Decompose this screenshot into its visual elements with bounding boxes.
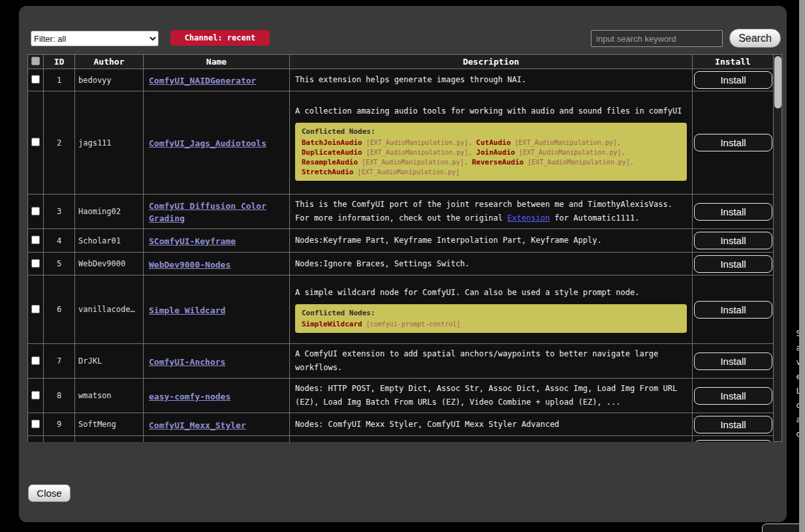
install-button[interactable]: Install [694,203,772,221]
row-checkbox[interactable] [31,391,40,399]
extension-name-link[interactable]: ComfyUI-Anchors [149,357,225,367]
extension-name-link[interactable]: Simple Wildcard [149,305,225,315]
row-author: vanillacode… [75,275,144,344]
header-description: Description [290,55,693,69]
select-all-checkbox[interactable] [31,57,40,65]
header-author: Author [75,55,144,69]
row-author: WebDev9000 [75,253,144,275]
install-button[interactable]: Install [694,232,772,249]
header-id: ID [44,55,75,69]
row-id: 2 [44,91,75,195]
conflict-warning-box: Conflicted Nodes: SimpleWildcard [comfyu… [295,304,687,333]
row-id: 1 [44,69,75,91]
table-row: 2 jags111 ComfyUI_Jags_Audiotools A coll… [28,91,774,195]
row-description: A collection amazing audio tools for wor… [295,104,687,118]
row-id: 9 [44,413,75,436]
row-id: 8 [44,379,75,413]
row-description: Nodes: HTTP POST, Empty Dict, Assoc Str,… [290,379,693,413]
extension-name-link[interactable]: ComfyUI_Jags_Audiotools [149,138,266,148]
install-button[interactable]: Install [694,134,772,151]
install-button[interactable]: Install [694,440,772,442]
extension-name-link[interactable]: ComfyUI Diffusion Color Grading [149,201,266,223]
conflict-title: Conflicted Nodes: [302,127,680,136]
extension-name-link[interactable]: WebDev9000-Nodes [149,260,230,270]
filter-dropdown[interactable]: Filter: all [31,31,159,46]
install-button[interactable]: Install [694,416,772,433]
row-id: 5 [44,253,75,275]
row-checkbox[interactable] [31,138,40,146]
row-checkbox[interactable] [31,420,40,428]
row-author: SoftMeng [75,413,144,436]
row-author: Haoming02 [75,195,144,229]
extension-name-link[interactable]: SComfyUI-Keyframe [149,236,236,246]
search-button[interactable]: Search [729,29,781,48]
row-checkbox[interactable] [31,356,40,365]
row-author: DrJKL [75,344,144,379]
row-checkbox[interactable] [31,236,40,244]
table-row: 1 bedovyy ComfyUI_NAIDGenerator This ext… [28,69,774,91]
table-row: 9 SoftMeng ComfyUI_Mexx_Styler Nodes: Co… [28,413,774,436]
table-row: 3 Haoming02 ComfyUI Diffusion Color Grad… [28,195,774,229]
row-description: A ComfyUI extension to add spatial ancho… [290,344,693,379]
channel-badge: Channel: recent [170,30,270,46]
row-author: zcfrank1st [75,436,144,443]
install-button[interactable]: Install [694,387,772,405]
row-id: 10 [44,436,75,443]
row-id: 6 [44,275,75,344]
conflict-title: Conflicted Nodes: [302,308,680,318]
custom-nodes-manager-dialog: Filter: all Channel: recent Search ID Au… [19,6,787,522]
table-row: 7 DrJKL ComfyUI-Anchors A ComfyUI extens… [28,344,774,379]
header-install: Install [693,55,774,69]
conflict-warning-box: Conflicted Nodes: BatchJoinAudio [EXT_Au… [295,123,687,181]
row-checkbox[interactable] [31,259,40,268]
row-description: This extension helps generate images thr… [290,69,693,91]
row-checkbox[interactable] [31,207,40,215]
row-id: 7 [44,344,75,379]
table-scrollbar-thumb[interactable] [774,56,781,108]
row-author: Scholar01 [75,229,144,253]
row-author: bedovyy [75,69,144,91]
conflict-node-list: BatchJoinAudio [EXT_AudioManipulation.py… [302,138,680,177]
row-description: This is the ComfyUI port of the joint re… [290,195,693,229]
row-id: 4 [44,229,75,253]
row-description: Nodes: ComfyUI Mexx Styler, ComfyUI Mexx… [290,413,693,436]
page-scrollbar[interactable] [799,0,805,532]
row-description: Nodes:Ignore Braces, Settings Switch. [290,253,693,275]
install-button[interactable]: Install [694,255,772,273]
extension-name-link[interactable]: ComfyUI_Mexx_Styler [149,420,246,430]
install-button[interactable]: Install [694,71,772,89]
row-description: Nodes: Yolov8Detection, Yolov8Segmentati… [290,436,693,443]
table-row: 5 WebDev9000 WebDev9000-Nodes Nodes:Igno… [28,253,774,275]
row-id: 3 [44,195,75,229]
table-header-row: ID Author Name Description Install [28,55,774,69]
table-row: 8 wmatson easy-comfy-nodes Nodes: HTTP P… [28,379,774,413]
extension-name-link[interactable]: easy-comfy-nodes [149,392,230,401]
search-input[interactable] [591,30,723,47]
row-checkbox[interactable] [31,75,40,84]
row-author: wmatson [75,379,144,413]
header-name: Name [144,55,290,69]
table-scrollbar-track[interactable] [773,54,782,442]
table-row: 10 zcfrank1st ComfyUI Yolov8 Nodes: Yolo… [28,436,774,443]
install-button[interactable]: Install [694,352,772,370]
table-row: 4 Scholar01 SComfyUI-Keyframe Nodes:Keyf… [28,229,774,253]
table-row: 6 vanillacode… Simple Wildcard A simple … [28,275,774,344]
row-description: Nodes:Keyframe Part, Keyframe Interpolat… [290,229,693,253]
description-text: for Automatic1111. [550,213,639,223]
extension-name-link[interactable]: ComfyUI_NAIDGenerator [149,76,256,86]
header-checkbox-cell [28,55,44,69]
row-description: A simple wildcard node for ComfyUI. Can … [295,286,687,300]
extension-external-link[interactable]: Extension [507,213,550,223]
conflict-node-list: SimpleWildcard [comfyui-prompt-control] [302,319,680,329]
close-button[interactable]: Close [28,484,71,502]
install-button[interactable]: Install [694,301,772,319]
nodes-table: ID Author Name Description Install 1 bed… [27,54,782,442]
row-author: jags111 [75,91,144,195]
row-checkbox[interactable] [31,305,40,313]
